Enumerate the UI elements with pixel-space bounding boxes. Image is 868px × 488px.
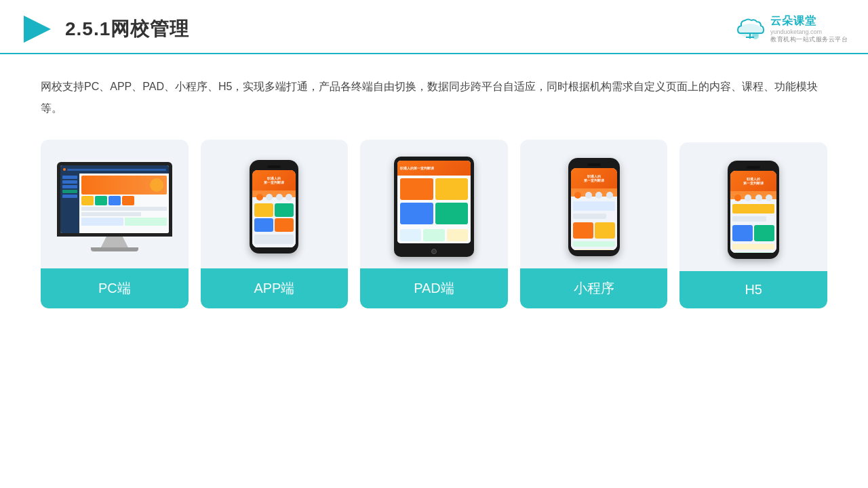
card-pad-label: PAD端 [360,268,508,308]
pad-device: 职通人的第一堂判断课 [394,157,474,257]
svg-point-4 [752,33,759,39]
card-miniprogram: 职通人的第一堂判断课 [520,140,668,308]
brand-sub: 教育机构一站式服务云平台 [770,35,848,44]
page-title: 2.5.1网校管理 [65,16,189,42]
card-miniprogram-image: 职通人的第一堂判断课 [520,140,668,268]
header-right: 云朵课堂 yunduoketang.com 教育机构一站式服务云平台 [734,14,848,44]
cloud-icon [734,17,766,41]
phone-app: 职通人的第一堂判断课 [250,160,298,253]
main-content: 网校支持PC、APP、PAD、小程序、H5，实现多端打通，产品各终端自由切换，数… [0,54,868,322]
card-h5-image: 职通人的第一堂判断课 [679,142,827,271]
phone-frame-h5: 职通人的第一堂判断课 [728,161,779,259]
card-pc-image [41,140,189,268]
card-app-image: 职通人的第一堂判断课 [201,140,349,268]
brand-url: yunduoketang.com [770,28,822,35]
card-app-label: APP端 [201,268,349,308]
logo-icon [20,12,54,46]
header-left: 2.5.1网校管理 [20,12,189,46]
phone-frame-app: 职通人的第一堂判断课 [250,160,298,253]
description-text: 网校支持PC、APP、PAD、小程序、H5，实现多端打通，产品各终端自由切换，数… [41,76,827,119]
card-h5-label: H5 [679,271,827,308]
svg-marker-0 [24,16,51,43]
phone-h5: 职通人的第一堂判断课 [728,161,779,259]
card-pad: 职通人的第一堂判断课 [360,140,508,308]
card-pc-label: PC端 [41,268,189,308]
brand-logo: 云朵课堂 yunduoketang.com 教育机构一站式服务云平台 [734,14,848,44]
card-pc: PC端 [41,140,189,308]
phone-frame-miniprogram: 职通人的第一堂判断课 [568,158,620,256]
card-pad-image: 职通人的第一堂判断课 [360,140,508,268]
pc-monitor [57,162,172,251]
phone-miniprogram: 职通人的第一堂判断课 [568,158,620,256]
card-miniprogram-label: 小程序 [520,268,668,308]
card-h5: 职通人的第一堂判断课 [679,142,827,308]
brand-text-block: 云朵课堂 yunduoketang.com 教育机构一站式服务云平台 [770,14,848,44]
card-app: 职通人的第一堂判断课 [201,140,349,308]
device-cards-row: PC端 职通人的第一堂判断课 [41,140,827,308]
header: 2.5.1网校管理 云朵课堂 yunduoketang.com 教育机构一站式服… [0,0,868,54]
brand-name: 云朵课堂 [770,14,816,28]
